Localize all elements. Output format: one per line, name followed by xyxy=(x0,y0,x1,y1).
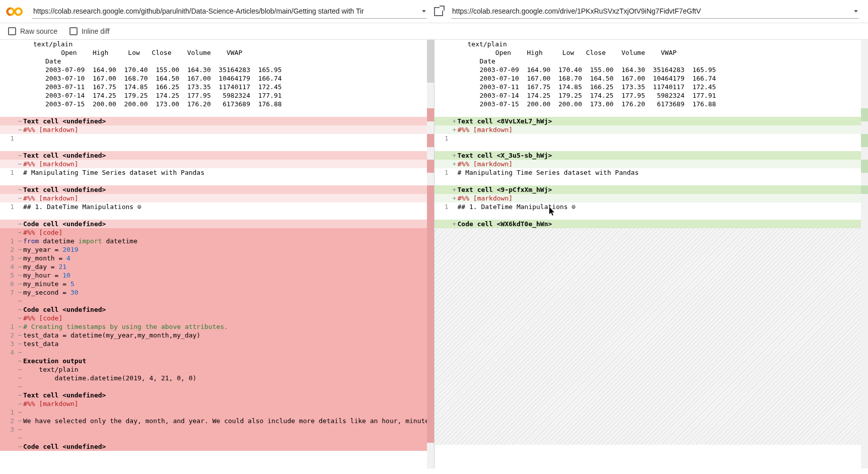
table-row: 2003-07-09 164.90 170.40 155.00 164.30 3… xyxy=(435,65,869,74)
diff-line: 3−test_data xyxy=(0,340,434,348)
left-minimap[interactable] xyxy=(427,40,434,468)
right-url-group xyxy=(451,4,862,19)
diff-line: +#%% [markdown] xyxy=(435,160,869,168)
right-url-input[interactable] xyxy=(451,4,859,19)
blank-line xyxy=(0,211,434,220)
diff-line: −#%% [code] xyxy=(0,228,434,237)
diff-line: 2−We have selected only the day, month, … xyxy=(0,417,434,425)
table-row: 2003-07-11 167.75 174.85 166.25 173.35 1… xyxy=(0,83,434,91)
diff-line: 6−my_minute = 5 xyxy=(0,280,434,288)
blank-line xyxy=(435,143,869,151)
diff-line: 7−my_second = 30 xyxy=(0,288,434,297)
diff-line: +#%% [markdown] xyxy=(435,125,869,134)
diff-line: 1## 1. DateTime Manipulations ⊙ xyxy=(0,202,434,211)
left-url-dropdown-icon[interactable] xyxy=(422,10,426,13)
diff-line: 1−# Creating timestamps by using the abo… xyxy=(0,322,434,331)
diff-line: 4−my_day = 21 xyxy=(0,262,434,271)
diff-line: 1## 1. DateTime Manipulations ⊙ xyxy=(435,202,869,211)
left-url-group xyxy=(32,4,443,19)
blank-line xyxy=(435,211,869,220)
svg-point-1 xyxy=(15,8,22,15)
output-date: Date xyxy=(435,57,869,65)
diff-line: 1 xyxy=(0,134,434,143)
blank-line xyxy=(0,108,434,117)
table-row: 2003-07-10 167.00 168.70 164.50 167.00 1… xyxy=(0,74,434,83)
cell-header-added: +Text cell <X_3u5-sb_hWj> xyxy=(435,151,869,160)
right-url-dropdown-icon[interactable] xyxy=(854,10,858,13)
checkbox-icon xyxy=(8,27,16,35)
diff-line: −#%% [code] xyxy=(0,314,434,322)
cell-header-deleted: −Text cell <undefined> xyxy=(0,151,434,160)
diff-line: 1 xyxy=(435,134,869,143)
output-textplain: text/plain xyxy=(435,40,869,48)
diff-line: 1# Manipulating Time Series dataset with… xyxy=(0,168,434,177)
diff-line: 1# Manipulating Time Series dataset with… xyxy=(435,168,869,177)
diff-line: −#%% [markdown] xyxy=(0,399,434,408)
inline-diff-toggle[interactable]: Inline diff xyxy=(69,27,110,35)
cell-header-added: +Code cell <WX6kdT0e_hWn> xyxy=(435,220,869,228)
diff-line: 4− xyxy=(0,348,434,357)
diff-line: 2−my_year = 2019 xyxy=(0,245,434,254)
checkbox-icon xyxy=(69,27,78,35)
diff-controls: Raw source Inline diff xyxy=(0,23,868,40)
cell-header-deleted: −Code cell <undefined> xyxy=(0,442,434,451)
blank-line xyxy=(435,177,869,185)
hatched-placeholder xyxy=(435,228,869,445)
diff-line: −#%% [markdown] xyxy=(0,194,434,202)
diff-line: −#%% [markdown] xyxy=(0,160,434,168)
output-cols: Open High Low Close Volume VWAP xyxy=(435,48,869,57)
exec-output-header: −Execution output xyxy=(0,357,434,365)
output-textplain: text/plain xyxy=(0,40,434,48)
left-pane[interactable]: text/plain Open High Low Close Volume VW… xyxy=(0,40,435,468)
diff-line: 5−my_hour = 10 xyxy=(0,271,434,280)
blank-line: − xyxy=(0,297,434,305)
cell-header-added: +Text cell <8VvLXeL7_hWj> xyxy=(435,117,869,125)
right-pane[interactable]: text/plain Open High Low Close Volume VW… xyxy=(435,40,869,468)
table-row: 2003-07-09 164.90 170.40 155.00 164.30 3… xyxy=(0,65,434,74)
open-new-tab-icon[interactable] xyxy=(434,7,443,16)
raw-source-label: Raw source xyxy=(20,27,57,35)
table-row: 2003-07-15 200.00 200.00 173.00 176.20 6… xyxy=(435,100,869,108)
diff-line: − datetime.datetime(2019, 4, 21, 0, 0) xyxy=(0,374,434,382)
output-cols: Open High Low Close Volume VWAP xyxy=(0,48,434,57)
output-date: Date xyxy=(0,57,434,65)
diff-line: 1−from datetime import datetime xyxy=(0,237,434,245)
colab-logo-icon xyxy=(6,6,24,18)
inline-diff-label: Inline diff xyxy=(82,27,110,35)
table-row: 2003-07-14 174.25 179.25 174.25 177.95 5… xyxy=(435,91,869,100)
diff-line: +#%% [markdown] xyxy=(435,194,869,202)
cell-header-deleted: −Text cell <undefined> xyxy=(0,117,434,125)
blank-line xyxy=(0,143,434,151)
colab-logo xyxy=(6,6,24,18)
cell-header-deleted: −Text cell <undefined> xyxy=(0,185,434,194)
left-url-input[interactable] xyxy=(32,4,427,19)
diff-line: 3− xyxy=(0,425,434,434)
diff-line: − text/plain xyxy=(0,365,434,374)
blank-line: − xyxy=(0,382,434,391)
diff-line: 3−my_month = 4 xyxy=(0,254,434,262)
diff-line: 1− xyxy=(0,408,434,417)
right-minimap[interactable] xyxy=(861,40,868,468)
diff-line: −#%% [markdown] xyxy=(0,125,434,134)
table-row: 2003-07-10 167.00 168.70 164.50 167.00 1… xyxy=(435,74,869,83)
cell-header-deleted: −Code cell <undefined> xyxy=(0,220,434,228)
table-row: 2003-07-11 167.75 174.85 166.25 173.35 1… xyxy=(435,83,869,91)
header-bar xyxy=(0,0,868,23)
diff-line: 2−test_data = datetime(my_year,my_month,… xyxy=(0,331,434,340)
blank-line: − xyxy=(0,434,434,442)
table-row: 2003-07-15 200.00 200.00 173.00 176.20 6… xyxy=(0,100,434,108)
raw-source-toggle[interactable]: Raw source xyxy=(8,27,57,35)
cell-header-added: +Text cell <9-pCfxXm_hWj> xyxy=(435,185,869,194)
cell-header-deleted: −Code cell <undefined> xyxy=(0,305,434,314)
blank-line xyxy=(0,177,434,185)
table-row: 2003-07-14 174.25 179.25 174.25 177.95 5… xyxy=(0,91,434,100)
cell-header-deleted: −Text cell <undefined> xyxy=(0,391,434,399)
diff-container: text/plain Open High Low Close Volume VW… xyxy=(0,40,868,468)
blank-line xyxy=(435,108,869,117)
